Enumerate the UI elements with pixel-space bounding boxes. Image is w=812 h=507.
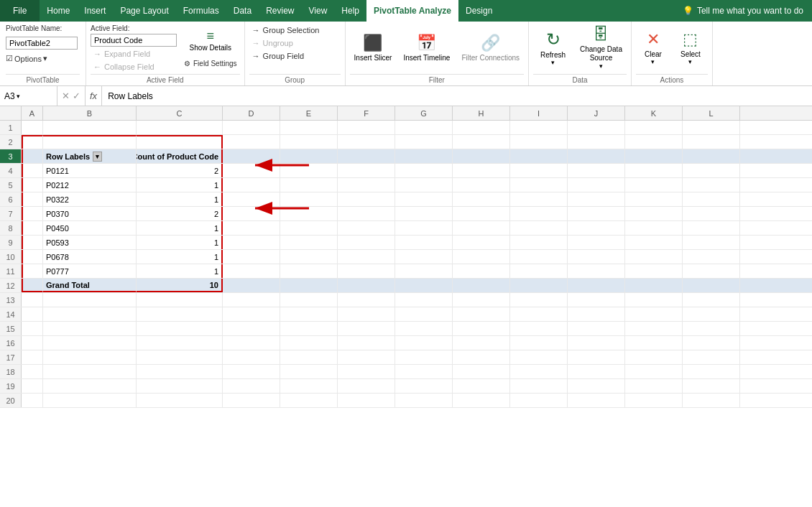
expand-field-button[interactable]: → Expand Field [91,48,177,60]
cell-i12[interactable] [510,279,568,292]
cell-i2[interactable] [510,135,568,149]
cell-i10[interactable] [510,250,568,264]
cell-f20[interactable] [338,394,395,407]
cell-e6[interactable] [280,192,338,206]
cell-b15[interactable] [43,322,137,335]
cell-l18[interactable] [683,365,740,378]
cell-g19[interactable] [395,379,453,393]
cell-d20[interactable] [223,394,280,407]
cell-j12[interactable] [568,279,625,292]
cell-g4[interactable] [395,164,453,177]
cell-b20[interactable] [43,394,137,407]
cell-e17[interactable] [280,350,338,364]
clear-button[interactable]: ✕ Clear ▾ [636,24,670,70]
cell-d6[interactable] [223,192,280,206]
cell-c4[interactable]: 2 [137,164,223,177]
cell-c18[interactable] [137,365,223,378]
cell-k10[interactable] [625,250,683,264]
cell-g7[interactable] [395,207,453,220]
cell-c2[interactable] [137,135,223,149]
cell-f19[interactable] [338,379,395,393]
tell-me-bar[interactable]: 💡 Tell me what you want to do [674,6,812,16]
file-menu[interactable]: File [0,0,40,22]
cell-d9[interactable] [223,236,280,249]
pivottable-name-input[interactable] [6,37,78,50]
cell-k3[interactable] [625,149,683,163]
cell-b18[interactable] [43,365,137,378]
cell-j16[interactable] [568,336,625,350]
cell-l13[interactable] [683,293,740,307]
cell-h9[interactable] [453,236,510,249]
cell-k14[interactable] [625,307,683,321]
cell-e10[interactable] [280,250,338,264]
cell-i9[interactable] [510,236,568,249]
cell-g20[interactable] [395,394,453,407]
cell-i19[interactable] [510,379,568,393]
cell-l3[interactable] [683,149,740,163]
cell-e11[interactable] [280,264,338,278]
cell-i14[interactable] [510,307,568,321]
cell-i8[interactable] [510,221,568,235]
cell-h3[interactable] [453,149,510,163]
cell-e19[interactable] [280,379,338,393]
cell-c16[interactable] [137,336,223,350]
cell-b4[interactable]: P0121 [43,164,137,177]
cell-b13[interactable] [43,293,137,307]
menu-help[interactable]: Help [334,0,366,22]
cell-a10[interactable] [22,250,43,264]
cell-h14[interactable] [453,307,510,321]
col-header-j[interactable]: J [568,106,625,120]
cell-f12[interactable] [338,279,395,292]
cell-e18[interactable] [280,365,338,378]
cell-h8[interactable] [453,221,510,235]
cell-b1[interactable] [43,121,137,134]
cell-j1[interactable] [568,121,625,134]
col-header-a[interactable]: A [22,106,43,120]
cell-l15[interactable] [683,322,740,335]
cell-j6[interactable] [568,192,625,206]
cell-a6[interactable] [22,192,43,206]
cell-b12[interactable]: Grand Total [43,279,137,292]
cell-i5[interactable] [510,178,568,192]
cell-e2[interactable] [280,135,338,149]
cell-c7[interactable]: 2 [137,207,223,220]
cell-d7[interactable] [223,207,280,220]
cell-d17[interactable] [223,350,280,364]
col-header-b[interactable]: B [43,106,137,120]
cell-i11[interactable] [510,264,568,278]
menu-formulas[interactable]: Formulas [176,0,226,22]
filter-connections-button[interactable]: 🔗 Filter Connections [457,24,524,70]
cell-f10[interactable] [338,250,395,264]
cell-b6[interactable]: P0322 [43,192,137,206]
col-header-d[interactable]: D [223,106,280,120]
cell-b19[interactable] [43,379,137,393]
cell-c5[interactable]: 1 [137,178,223,192]
cell-k18[interactable] [625,365,683,378]
cell-e20[interactable] [280,394,338,407]
cell-h20[interactable] [453,394,510,407]
cell-f2[interactable] [338,135,395,149]
cell-k17[interactable] [625,350,683,364]
cell-j20[interactable] [568,394,625,407]
cell-j3[interactable] [568,149,625,163]
field-settings-button[interactable]: ⚙ Field Settings [181,58,240,69]
cell-a2[interactable] [22,135,43,149]
cell-h16[interactable] [453,336,510,350]
change-data-source-button[interactable]: 🗄 Change DataSource ▾ [576,24,627,70]
cell-j14[interactable] [568,307,625,321]
cell-g14[interactable] [395,307,453,321]
cell-g3[interactable] [395,149,453,163]
cell-j7[interactable] [568,207,625,220]
cell-k2[interactable] [625,135,683,149]
cell-b2[interactable] [43,135,137,149]
cell-f8[interactable] [338,221,395,235]
cell-i17[interactable] [510,350,568,364]
cell-b7[interactable]: P0370 [43,207,137,220]
cell-l20[interactable] [683,394,740,407]
cell-c14[interactable] [137,307,223,321]
cell-e16[interactable] [280,336,338,350]
cell-h18[interactable] [453,365,510,378]
cell-a7[interactable] [22,207,43,220]
cell-k9[interactable] [625,236,683,249]
cell-d19[interactable] [223,379,280,393]
